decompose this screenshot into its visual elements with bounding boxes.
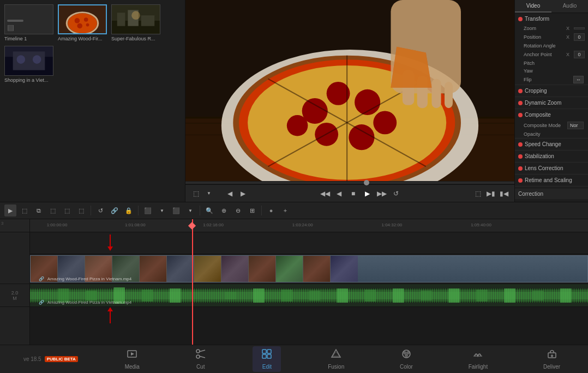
timecode-scrubber[interactable] (364, 180, 369, 185)
link-btn[interactable]: 🔗 (109, 204, 121, 216)
tab-audio[interactable]: Audio (551, 0, 588, 13)
preview-area: ⬚ ▼ ◀ ▶ ◀◀ ◀ ■ ▶ ▶▶ ↺ ⬚ ▶▮ ▮◀ (185, 0, 514, 202)
section-transform-header[interactable]: Transform (515, 13, 588, 25)
ruler-time-4: 1:04:32:00 (381, 222, 402, 227)
preview-playback-controls: ◀◀ ◀ ■ ▶ ▶▶ ↺ (320, 189, 401, 198)
toolbar-sep-1 (91, 206, 91, 215)
blade-tool-btn[interactable]: ⬚ (47, 204, 59, 216)
media-item-shopping[interactable]: Shopping in a Viet... (4, 46, 53, 83)
zoom-value[interactable] (574, 27, 585, 29)
section-retime-scaling-header[interactable]: Retime and Scaling (515, 175, 588, 186)
section-cropping-header[interactable]: Cropping (515, 85, 588, 97)
undo-btn[interactable]: ↺ (94, 204, 106, 216)
svg-rect-60 (337, 288, 348, 303)
media-item-restaurant[interactable]: Super-Fabulous R... (111, 4, 160, 41)
fwd-btn[interactable]: ▶ (238, 189, 248, 198)
yaw-label: Yaw (524, 68, 533, 74)
svg-rect-76 (267, 350, 271, 353)
skip-next-btn[interactable]: ▶▮ (486, 189, 496, 198)
go-end-btn[interactable]: ▶▶ (377, 189, 387, 198)
flip-button[interactable]: ↔ (573, 76, 584, 83)
preview-controls: ⬚ ▼ ◀ ▶ ◀◀ ◀ ■ ▶ ▶▶ ↺ ⬚ ▶▮ ▮◀ (185, 184, 514, 202)
nav-media[interactable]: Media (116, 346, 148, 372)
fairlight-icon (472, 348, 483, 362)
add-marker-btn[interactable]: + (279, 204, 291, 216)
track-labels: 3 2.0 M (0, 219, 30, 345)
fusion-icon (331, 348, 341, 362)
loop-btn[interactable]: ↺ (391, 189, 401, 198)
tab-video[interactable]: Video (515, 0, 551, 13)
dropdown-arrow[interactable]: ▼ (204, 189, 214, 198)
video-track-label (0, 254, 29, 284)
svg-rect-55 (170, 288, 181, 303)
fullscreen-btn[interactable]: ⬚ (473, 189, 483, 198)
lock-btn[interactable]: 🔒 (123, 204, 135, 216)
mini-thumb-7 (194, 256, 221, 282)
svg-rect-12 (141, 15, 154, 26)
toolbar-sep-4 (261, 206, 262, 215)
composite-mode-combo[interactable]: Nor (567, 122, 584, 129)
prev-btn[interactable]: ◀ (334, 189, 344, 198)
skip-prev-btn[interactable]: ▮◀ (499, 189, 509, 198)
nav-edit[interactable]: Edit (253, 346, 281, 372)
mini-thumb-6 (167, 256, 194, 282)
go-start-btn[interactable]: ◀◀ (320, 189, 330, 198)
position-label: Position (524, 34, 564, 40)
anchor-value[interactable]: 0 (574, 51, 585, 58)
section-speed-change-header[interactable]: Speed Change (515, 139, 588, 150)
slip-tool-btn[interactable]: ⬚ (61, 204, 73, 216)
media-label-restaurant: Super-Fabulous R... (111, 36, 160, 41)
ruler-time-5: 1:05:40:00 (471, 222, 491, 227)
media-item-timeline[interactable]: ▤ Timeline 1 (4, 4, 53, 41)
svg-point-83 (406, 351, 410, 354)
stop-btn[interactable]: ■ (349, 189, 358, 198)
slide-tool-btn[interactable]: ⬚ (75, 204, 87, 216)
media-thumb-restaurant (111, 4, 160, 34)
section-stabilization-header[interactable]: Stabilization (515, 151, 588, 162)
video-clip-name: Amazing Wood-Fired Pizza in Vietnam.mp4 (47, 276, 131, 281)
position-value[interactable]: 0 (574, 33, 585, 41)
section-lens-correction-header[interactable]: Lens Correction (515, 163, 588, 174)
nav-color[interactable]: Color (391, 346, 422, 372)
bottom-area: ▶ ⬚ ⧉ ⬚ ⬚ ⬚ ↺ 🔗 🔒 ⬛ ▼ ⬛ ▼ 🔍 ⊕ ⊖ ⊞ ● + 3 (0, 202, 588, 373)
selection-tool-btn[interactable]: ▶ (4, 204, 16, 216)
nav-fairlight[interactable]: Fairlight (460, 346, 497, 372)
nav-fusion[interactable]: Fusion (319, 346, 353, 372)
audio-track-number: 2.0 (11, 290, 19, 296)
color-track-btn-2[interactable]: ⬛ (170, 204, 182, 216)
color-dropdown-btn-2[interactable]: ▼ (184, 204, 196, 216)
section-composite-header[interactable]: Composite (515, 109, 588, 121)
timeline-ruler: 1:00:00:00 1:01:08:00 1:02:16:00 1:03:24… (30, 219, 588, 232)
edit-icon (261, 348, 272, 362)
ruler-time-1: 1:01:08:00 (125, 222, 146, 227)
transform-label: Transform (525, 16, 585, 22)
marker-btn[interactable]: ● (265, 204, 277, 216)
dynamic-trim-btn[interactable]: ⧉ (33, 204, 45, 216)
color-icon (401, 348, 412, 362)
svg-point-72 (196, 350, 200, 353)
media-item-pizza[interactable]: Amazing Wood-Fir... (58, 4, 107, 41)
transform-btn[interactable]: ⬚ (191, 189, 201, 198)
color-track-btn[interactable]: ⬛ (142, 204, 154, 216)
color-dropdown-btn[interactable]: ▼ (156, 204, 168, 216)
lens-correction-dot (518, 166, 523, 171)
find-btn[interactable]: 🔍 (203, 204, 215, 216)
nav-cut[interactable]: Cut (187, 346, 215, 372)
section-dynamic-zoom-header[interactable]: Dynamic Zoom (515, 97, 588, 109)
rotation-row: Rotation Angle (515, 42, 588, 50)
svg-rect-10 (117, 13, 125, 26)
preview-timecode-bar[interactable] (185, 181, 514, 184)
arrow-head-up (107, 307, 113, 311)
trim-tool-btn[interactable]: ⬚ (19, 204, 31, 216)
prev-frame-btn[interactable]: ◀ (225, 189, 235, 198)
zoom-out-btn[interactable]: ⊖ (232, 204, 244, 216)
svg-rect-56 (225, 292, 236, 299)
fit-btn[interactable]: ⊞ (246, 204, 258, 216)
mini-thumb-9 (249, 256, 276, 282)
flip-row: Flip ↔ (515, 75, 588, 85)
svg-point-3 (75, 18, 80, 23)
nav-color-label: Color (400, 364, 413, 370)
play-btn[interactable]: ▶ (363, 189, 373, 198)
nav-deliver[interactable]: Deliver (535, 346, 569, 372)
zoom-in-btn[interactable]: ⊕ (218, 204, 230, 216)
